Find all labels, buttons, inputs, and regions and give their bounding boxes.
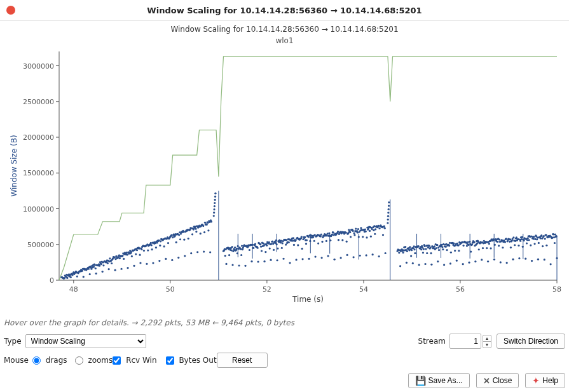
svg-point-532 (356, 231, 358, 233)
svg-point-569 (378, 255, 380, 257)
svg-point-837 (537, 242, 539, 244)
svg-point-173 (142, 250, 144, 252)
svg-point-479 (326, 234, 327, 236)
switch-direction-button[interactable]: Switch Direction (497, 334, 565, 349)
svg-point-296 (214, 199, 216, 201)
svg-point-134 (120, 268, 122, 270)
svg-point-233 (177, 257, 179, 259)
svg-point-637 (423, 245, 425, 247)
svg-point-297 (214, 196, 216, 198)
svg-point-323 (235, 248, 237, 250)
svg-point-576 (381, 234, 383, 236)
svg-point-338 (244, 265, 246, 267)
svg-point-603 (404, 246, 406, 248)
svg-point-46 (69, 276, 71, 278)
svg-point-830 (533, 243, 535, 245)
svg-text:56: 56 (455, 285, 464, 294)
svg-point-538 (360, 227, 362, 229)
svg-point-202 (160, 240, 161, 242)
svg-point-331 (240, 254, 242, 256)
svg-point-765 (497, 241, 498, 243)
svg-text:50: 50 (165, 285, 174, 294)
stream-stepper[interactable]: ▴ ▾ (483, 335, 491, 348)
hover-hint: Hover over the graph for details. → 2,29… (4, 318, 565, 327)
svg-point-774 (502, 247, 504, 248)
close-window-icon[interactable] (6, 6, 15, 15)
svg-point-668 (441, 246, 443, 248)
svg-point-415 (289, 262, 291, 264)
stream-label: Stream (418, 337, 446, 346)
svg-point-866 (554, 233, 556, 235)
svg-point-858 (549, 263, 551, 265)
svg-point-229 (175, 241, 177, 243)
svg-point-288 (209, 251, 211, 253)
svg-point-314 (230, 249, 232, 251)
svg-point-759 (493, 259, 495, 260)
svg-point-166 (139, 254, 141, 256)
svg-point-526 (353, 232, 355, 234)
svg-point-444 (305, 239, 307, 241)
svg-point-570 (378, 227, 380, 229)
svg-point-635 (422, 248, 424, 250)
svg-point-671 (443, 264, 445, 266)
close-icon: ✕ (483, 376, 490, 386)
svg-point-568 (377, 225, 379, 227)
svg-point-255 (190, 252, 192, 254)
help-button[interactable]: ✦ Help (525, 373, 565, 388)
close-button[interactable]: ✕ Close (476, 373, 519, 388)
stream-step-up-icon[interactable]: ▴ (483, 335, 491, 341)
svg-point-683 (449, 252, 451, 253)
svg-point-138 (123, 258, 125, 260)
svg-point-693 (455, 260, 457, 262)
svg-point-316 (231, 264, 233, 266)
dialog-button-row: 💾 Save As... ✕ Close ✦ Help (4, 373, 565, 388)
save-as-button[interactable]: 💾 Save As... (408, 373, 470, 388)
svg-point-382 (270, 259, 271, 261)
svg-point-546 (364, 231, 366, 233)
svg-point-669 (442, 248, 444, 250)
svg-point-634 (422, 252, 423, 253)
svg-point-200 (158, 260, 160, 262)
svg-point-422 (292, 244, 294, 246)
svg-point-851 (545, 245, 547, 247)
mouse-zooms-radio[interactable]: zooms (75, 356, 113, 365)
reset-button[interactable]: Reset (217, 353, 268, 368)
svg-point-676 (446, 249, 448, 251)
svg-point-825 (530, 260, 532, 262)
mouse-mode-radio-group: drags zooms (32, 356, 113, 365)
chart-plot[interactable]: 4850525456580500000100000015000002000000… (5, 45, 565, 306)
svg-point-293 (213, 208, 215, 210)
graph-type-combo[interactable]: ThroughputRound Trip TimeWindow ScalingT… (25, 334, 146, 348)
svg-point-670 (442, 243, 444, 245)
mouse-drags-radio[interactable]: drags (32, 356, 67, 365)
svg-point-401 (280, 247, 282, 249)
svg-point-536 (359, 255, 360, 257)
stream-number-input[interactable] (449, 334, 481, 349)
controls-row-1: Type ThroughputRound Trip TimeWindow Sca… (4, 332, 565, 350)
svg-point-276 (202, 225, 204, 227)
svg-point-143 (125, 252, 127, 253)
svg-point-169 (141, 248, 142, 250)
svg-point-243 (183, 239, 185, 241)
svg-point-369 (262, 243, 264, 245)
svg-point-627 (418, 264, 420, 266)
svg-point-263 (195, 228, 196, 230)
svg-point-282 (205, 224, 207, 226)
svg-point-614 (410, 249, 412, 251)
svg-point-421 (292, 237, 294, 239)
svg-point-278 (203, 231, 205, 233)
window-titlebar: Window Scaling for 10.14.14.28:56360 → 1… (0, 0, 569, 21)
svg-point-619 (413, 248, 415, 250)
svg-point-443 (305, 243, 306, 245)
svg-point-809 (521, 246, 523, 248)
svg-point-659 (436, 244, 438, 246)
svg-point-290 (210, 220, 212, 222)
bytes-out-checkbox[interactable]: Bytes Out (166, 356, 217, 365)
svg-point-836 (537, 259, 538, 260)
chart-area[interactable]: Window Scaling for 10.14.14.28:56360 → 1… (5, 25, 565, 317)
chart-subtitle: wlo1 (5, 36, 565, 45)
stream-step-down-icon[interactable]: ▾ (483, 341, 491, 348)
rcv-win-checkbox[interactable]: Rcv Win (113, 356, 156, 365)
svg-point-527 (353, 234, 355, 236)
svg-text:2500000: 2500000 (23, 98, 54, 106)
